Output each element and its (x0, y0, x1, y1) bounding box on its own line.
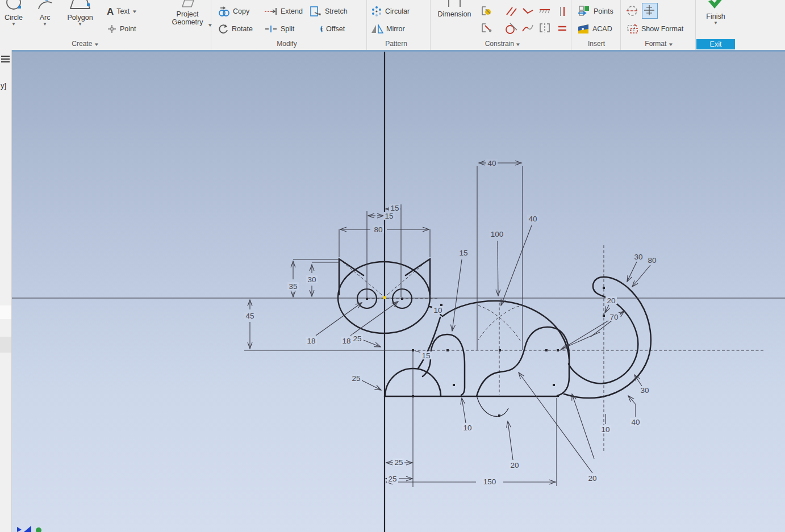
browser-menu-icon[interactable] (1, 54, 10, 64)
panel-label-modify[interactable]: Modify (239, 40, 335, 49)
dimension-label[interactable]: 20 (510, 461, 519, 470)
dimension-label[interactable]: 15 (459, 249, 467, 257)
text-icon: A (107, 7, 114, 16)
origin-point[interactable] (383, 296, 386, 299)
arc-icon (36, 0, 53, 11)
chevron-down-icon[interactable]: ▼ (207, 23, 213, 28)
panel-label-format[interactable]: Format ▼ (625, 40, 693, 49)
copy-button[interactable]: Copy (218, 4, 249, 19)
chevron-down-icon[interactable]: ▼ (0, 22, 27, 27)
vertical-constraint-icon[interactable] (557, 5, 570, 18)
dimension-label[interactable]: 18 (342, 337, 350, 345)
sketch-point[interactable] (412, 395, 414, 397)
dimension-label[interactable]: 30 (640, 386, 649, 395)
coincident-constraint-icon[interactable] (480, 5, 494, 18)
dimension-label[interactable]: 40 (528, 215, 537, 223)
dimension-label[interactable]: 25 (388, 475, 396, 483)
browser-panel-strip[interactable]: y] (0, 50, 12, 532)
project-geometry-icon (180, 0, 195, 8)
browser-strip-band (0, 337, 11, 353)
symmetric-constraint-icon[interactable] (538, 22, 552, 35)
rotate-button[interactable]: Rotate (218, 22, 253, 36)
mirror-button[interactable]: Mirror (371, 22, 405, 36)
sketch-point[interactable] (603, 315, 605, 317)
construction-geometry-button[interactable] (625, 3, 641, 19)
sketch-point[interactable] (412, 349, 414, 351)
sketch-point[interactable] (401, 298, 403, 300)
perpendicular-constraint-icon[interactable] (521, 5, 535, 18)
horizontal-constraint-icon[interactable] (538, 5, 552, 18)
dimension-label[interactable]: 25 (353, 334, 361, 343)
show-format-icon (626, 23, 638, 35)
circle-tool-button[interactable]: Circle ▼ (0, 0, 27, 27)
polygon-tool-button[interactable]: Polygon ▼ (64, 0, 97, 27)
point-tool-button[interactable]: Point (107, 22, 136, 36)
equal-constraint-icon[interactable] (557, 22, 570, 35)
project-geometry-button[interactable]: Project Geometry (166, 0, 209, 26)
dimension-label[interactable]: 10 (463, 424, 471, 432)
extend-button[interactable]: Extend (264, 4, 303, 19)
points-button[interactable]: Points (577, 4, 613, 19)
dimension-label[interactable]: 40 (487, 159, 496, 167)
sketch-point[interactable] (603, 287, 605, 289)
dimension-label[interactable]: 35 (289, 282, 297, 291)
inventor-sketch-window: Circle ▼ Arc ▼ Polygon ▼ A Text ▼ Poi (0, 0, 785, 532)
dimension-label[interactable]: 15 (385, 212, 393, 220)
dimension-label[interactable]: 10 (433, 306, 442, 315)
dimension-label[interactable]: 70 (609, 313, 618, 321)
finish-sketch-button[interactable]: Finish ▼ (700, 0, 732, 26)
stretch-button[interactable]: Stretch (310, 4, 348, 19)
dimension-label[interactable]: 30 (307, 275, 316, 284)
sketch-point[interactable] (499, 349, 501, 351)
dimension-label[interactable]: 25 (352, 374, 360, 383)
dimension-label[interactable]: 20 (607, 296, 615, 305)
chevron-down-icon[interactable]: ▼ (33, 22, 57, 27)
circular-pattern-button[interactable]: Circular (371, 4, 410, 19)
acad-button[interactable]: ACAD (577, 22, 612, 36)
chevron-down-icon[interactable]: ▼ (64, 22, 97, 27)
sketch-point[interactable] (553, 384, 555, 386)
dimension-label[interactable]: 15 (421, 351, 430, 360)
dimension-label[interactable]: 40 (631, 418, 640, 426)
dimension-label[interactable]: 80 (374, 225, 382, 234)
sketch-point[interactable] (557, 349, 559, 351)
dimension-label[interactable]: 20 (588, 474, 596, 483)
sketch-point[interactable] (453, 384, 455, 386)
smooth-constraint-icon[interactable] (521, 22, 535, 35)
dimension-label[interactable]: 15 (390, 204, 399, 212)
dimension-label[interactable]: 80 (648, 256, 656, 265)
offset-button[interactable]: Offset (310, 22, 345, 36)
sketch-point[interactable] (446, 349, 449, 351)
chevron-down-icon[interactable]: ▼ (132, 9, 137, 14)
dimension-label[interactable]: 150 (483, 477, 496, 486)
fix-constraint-icon[interactable] (480, 22, 494, 35)
dimension-label[interactable]: 10 (601, 425, 609, 434)
show-format-button[interactable]: Show Format (626, 22, 683, 36)
panel-separator (430, 0, 431, 50)
sketch-point[interactable] (545, 349, 548, 351)
centerline-button[interactable] (642, 3, 658, 19)
dimension-label[interactable]: 45 (245, 312, 254, 320)
tangent-constraint-icon[interactable] (504, 22, 518, 35)
arc-tool-button[interactable]: Arc ▼ (33, 0, 57, 27)
panel-label-pattern[interactable]: Pattern (364, 40, 429, 49)
panel-label-insert[interactable]: Insert (568, 40, 625, 49)
panel-label-create[interactable]: Create ▼ (34, 40, 136, 49)
exit-panel-label[interactable]: Exit (696, 39, 735, 49)
sketch-point[interactable] (498, 414, 500, 417)
sketch-canvas[interactable]: 1515803530451818251015254010040151020252… (0, 50, 785, 532)
canvas-background[interactable] (0, 52, 785, 532)
dimension-label[interactable]: 25 (394, 458, 403, 467)
text-tool-button[interactable]: A Text ▼ (107, 4, 137, 19)
dimension-button[interactable]: Dimension (433, 0, 476, 18)
sketch-point[interactable] (366, 298, 368, 300)
dimension-label[interactable]: 100 (491, 230, 504, 238)
split-button[interactable]: Split (264, 22, 294, 36)
panel-separator (620, 0, 621, 50)
point-icon (107, 24, 117, 34)
parallel-constraint-icon[interactable] (504, 5, 518, 18)
dimension-label[interactable]: 30 (634, 253, 642, 261)
chevron-down-icon[interactable]: ▼ (700, 20, 732, 26)
dimension-label[interactable]: 18 (307, 337, 315, 345)
panel-label-constrain[interactable]: Constrain ▼ (454, 40, 551, 49)
